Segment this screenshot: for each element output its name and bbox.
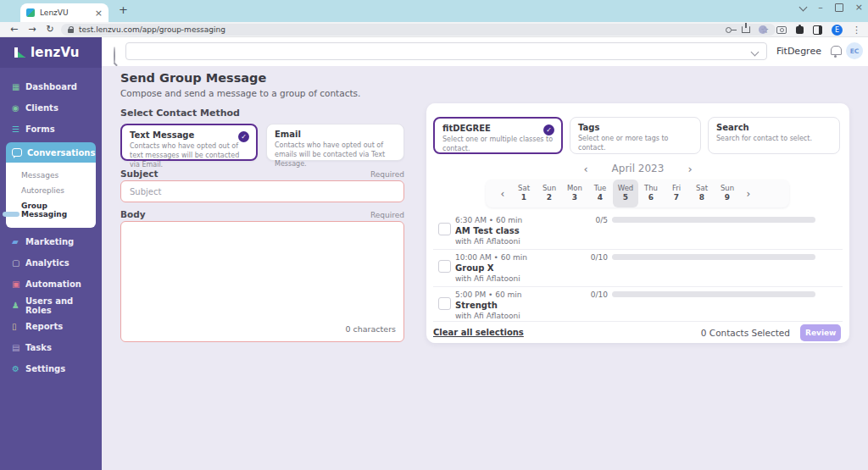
global-search-input[interactable] bbox=[125, 42, 767, 60]
browser-menu-icon[interactable]: ⋮ bbox=[852, 25, 861, 36]
day-cell[interactable]: Sun 9 bbox=[715, 180, 740, 207]
notifications-bell-icon[interactable] bbox=[831, 46, 842, 55]
mode-card-fitdegree[interactable]: fitDEGREE Select one or multiple classes… bbox=[433, 117, 563, 154]
sidebar-item-users-and-roles[interactable]: ♟ Users and Roles bbox=[0, 295, 102, 316]
class-row: 6:30 AM • 60 min AM Test class with Afi … bbox=[426, 213, 849, 249]
user-avatar[interactable]: EC bbox=[846, 42, 863, 59]
mode-title: fitDEGREE bbox=[442, 124, 554, 133]
extension-circle-icon[interactable] bbox=[759, 25, 767, 34]
search-icon bbox=[114, 47, 115, 64]
browser-tab[interactable]: LenzVU × bbox=[20, 3, 108, 22]
share-icon[interactable] bbox=[742, 26, 750, 33]
window-minimize-button[interactable]: – bbox=[818, 2, 823, 13]
day-cell[interactable]: Mon 3 bbox=[562, 180, 587, 207]
password-key-icon[interactable] bbox=[726, 27, 732, 33]
sidebar-item-reports[interactable]: ▯ Reports bbox=[0, 316, 102, 337]
class-checkbox[interactable] bbox=[438, 260, 451, 273]
class-name: Strength bbox=[455, 301, 498, 310]
window-controls: – × bbox=[800, 2, 863, 13]
day-number: 8 bbox=[699, 193, 704, 203]
sidebar-item-marketing[interactable]: ▰ Marketing bbox=[0, 231, 102, 252]
day-name: Wed bbox=[618, 184, 634, 193]
day-cell[interactable]: Tue 4 bbox=[587, 180, 613, 207]
method-card-email[interactable]: Email Contacts who have opted out of ema… bbox=[266, 124, 404, 161]
class-name: Group X bbox=[455, 263, 493, 273]
day-number: 6 bbox=[648, 193, 654, 203]
next-month-icon[interactable]: › bbox=[687, 163, 692, 174]
class-time: 5:00 PM • 60 min bbox=[455, 290, 522, 299]
selector-footer: Clear all selections 0 Contacts Selected… bbox=[426, 322, 849, 343]
new-tab-button[interactable]: + bbox=[119, 3, 128, 16]
day-number: 3 bbox=[572, 193, 577, 203]
mode-desc: Search for contact to select. bbox=[716, 134, 832, 143]
clear-all-selections-link[interactable]: Clear all selections bbox=[433, 328, 524, 337]
chevron-down-icon[interactable] bbox=[751, 48, 760, 57]
camera-extension-icon[interactable] bbox=[776, 26, 787, 34]
sidebar-item-settings[interactable]: ⚙ Settings bbox=[0, 358, 102, 379]
class-row: 10:00 AM • 60 min Group X with Afi Aflat… bbox=[426, 251, 849, 286]
puzzle-extensions-icon[interactable] bbox=[796, 26, 804, 34]
mode-desc: Select one or multiple classes to contac… bbox=[442, 135, 554, 153]
url-text[interactable]: test.lenzvu.com/app/group-messaging bbox=[79, 25, 225, 34]
next-week-icon[interactable]: › bbox=[740, 188, 757, 200]
sidebar-item-conversations[interactable]: Conversations bbox=[6, 142, 96, 163]
active-item-indicator bbox=[3, 212, 19, 217]
day-cell[interactable]: Sat 1 bbox=[511, 180, 537, 207]
sidebar-item-label: Forms bbox=[25, 124, 55, 134]
back-icon[interactable]: ← bbox=[10, 24, 18, 35]
workspace-name[interactable]: FitDegree bbox=[776, 46, 821, 57]
forward-icon[interactable]: → bbox=[28, 24, 36, 35]
refresh-icon[interactable]: ↻ bbox=[46, 24, 53, 35]
day-cell[interactable]: Thu 6 bbox=[638, 180, 664, 207]
prev-month-icon[interactable]: ‹ bbox=[583, 163, 587, 174]
method-card-text-message[interactable]: Text Message Contacts who have opted out… bbox=[120, 124, 258, 161]
sidebar-item-analytics[interactable]: ▢ Analytics bbox=[0, 252, 102, 274]
mode-card-tags[interactable]: Tags Select one or more tags to contact. bbox=[570, 117, 701, 154]
sidebar-item-label: Reports bbox=[25, 322, 63, 331]
sidebar-nav: ▦ Dashboard ◉ Clients ☰ Forms Conversati… bbox=[0, 68, 102, 379]
sidebar-item-dashboard[interactable]: ▦ Dashboard bbox=[0, 76, 102, 97]
body-required-badge: Required bbox=[370, 211, 404, 219]
sidebar-item-forms[interactable]: ☰ Forms bbox=[0, 119, 102, 140]
day-cell[interactable]: Sat 8 bbox=[689, 180, 715, 207]
class-checkbox[interactable] bbox=[438, 223, 451, 235]
sidebar-item-clients[interactable]: ◉ Clients bbox=[0, 97, 102, 119]
conversations-submenu: Messages Autoreplies Group Messaging bbox=[6, 163, 96, 228]
sidebar: lenzVu ▦ Dashboard ◉ Clients ☰ Forms Con… bbox=[0, 37, 102, 470]
review-button[interactable]: Review bbox=[800, 324, 841, 341]
window-maximize-button[interactable] bbox=[835, 3, 843, 12]
sidebar-item-automation[interactable]: ▣ Automation bbox=[0, 274, 102, 295]
sidebar-item-tasks[interactable]: ▤ Tasks bbox=[0, 337, 102, 358]
browser-profile-avatar[interactable]: E bbox=[832, 25, 843, 36]
day-cell-selected[interactable]: Wed 5 bbox=[613, 180, 638, 207]
side-panel-icon[interactable] bbox=[813, 25, 822, 35]
address-bar[interactable]: test.lenzvu.com/app/group-messaging ☆ bbox=[61, 24, 776, 36]
contacts-selected-count: 0 Contacts Selected bbox=[701, 328, 790, 338]
day-cell[interactable]: Fri 7 bbox=[664, 180, 689, 207]
subject-input[interactable] bbox=[120, 180, 404, 202]
marketing-icon: ▰ bbox=[12, 237, 25, 246]
users-icon: ♟ bbox=[12, 301, 25, 310]
reports-icon: ▯ bbox=[12, 322, 25, 331]
forms-icon: ☰ bbox=[12, 124, 25, 134]
app-logo[interactable]: lenzVu bbox=[0, 37, 102, 68]
sidebar-item-label: Dashboard bbox=[25, 82, 77, 91]
day-name: Sat bbox=[518, 184, 530, 193]
submenu-item-autoreplies[interactable]: Autoreplies bbox=[21, 183, 96, 198]
submenu-item-group-messaging[interactable]: Group Messaging bbox=[21, 198, 96, 222]
tab-close-icon[interactable]: × bbox=[95, 8, 103, 19]
day-cell[interactable]: Sun 2 bbox=[537, 180, 562, 207]
analytics-icon: ▢ bbox=[12, 258, 25, 268]
window-close-button[interactable]: × bbox=[855, 2, 863, 13]
submenu-item-messages[interactable]: Messages bbox=[21, 168, 96, 183]
class-checkbox[interactable] bbox=[438, 297, 451, 310]
mode-card-search[interactable]: Search Search for contact to select. bbox=[708, 117, 840, 154]
day-number: 7 bbox=[674, 193, 679, 203]
calendar-header: ‹ April 2023 › bbox=[426, 163, 849, 174]
sidebar-item-label: Conversations bbox=[27, 148, 95, 158]
mode-desc: Select one or more tags to contact. bbox=[578, 134, 693, 152]
calendar-month-label: April 2023 bbox=[612, 163, 665, 174]
prev-week-icon[interactable]: ‹ bbox=[494, 188, 511, 200]
browser-toolbar: ← → ↻ test.lenzvu.com/app/group-messagin… bbox=[0, 22, 868, 37]
tab-search-chevron-icon[interactable] bbox=[800, 2, 806, 13]
